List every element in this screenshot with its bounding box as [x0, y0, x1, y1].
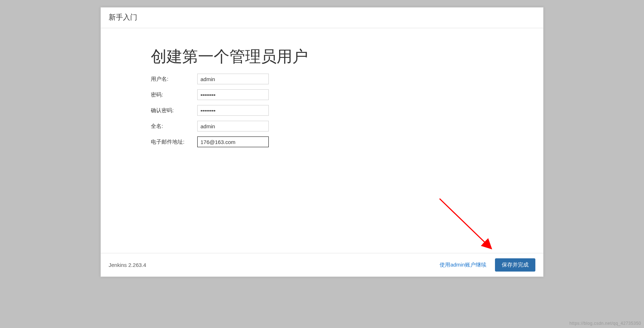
row-username: 用户名: [151, 74, 493, 84]
email-input[interactable] [197, 136, 269, 147]
row-confirm-password: 确认密码: [151, 105, 493, 116]
save-and-finish-button[interactable]: 保存并完成 [495, 258, 535, 272]
setup-wizard-modal: 新手入门 创建第一个管理员用户 用户名: 密码: 确认密码: 全名: 电子邮件地… [100, 7, 544, 277]
modal-footer: Jenkins 2.263.4 使用admin账户继续 保存并完成 [101, 253, 543, 277]
username-input[interactable] [197, 74, 269, 84]
label-fullname: 全名: [151, 123, 197, 130]
label-username: 用户名: [151, 76, 197, 83]
label-confirm-password: 确认密码: [151, 107, 197, 114]
fullname-input[interactable] [197, 121, 269, 131]
skip-admin-link[interactable]: 使用admin账户继续 [440, 262, 486, 268]
modal-title: 新手入门 [109, 13, 137, 21]
row-fullname: 全名: [151, 121, 493, 131]
confirm-password-input[interactable] [197, 105, 269, 116]
password-input[interactable] [197, 89, 269, 100]
version-text: Jenkins 2.263.4 [109, 262, 146, 268]
row-email: 电子邮件地址: [151, 136, 493, 147]
modal-header: 新手入门 [101, 8, 543, 28]
label-password: 密码: [151, 91, 197, 98]
label-email: 电子邮件地址: [151, 139, 197, 145]
watermark-text: https://blog.csdn.net/qq_42735350 [569, 321, 641, 326]
footer-actions: 使用admin账户继续 保存并完成 [440, 258, 535, 272]
modal-body: 创建第一个管理员用户 用户名: 密码: 确认密码: 全名: 电子邮件地址: [101, 28, 543, 253]
form-title: 创建第一个管理员用户 [151, 46, 493, 67]
row-password: 密码: [151, 89, 493, 100]
